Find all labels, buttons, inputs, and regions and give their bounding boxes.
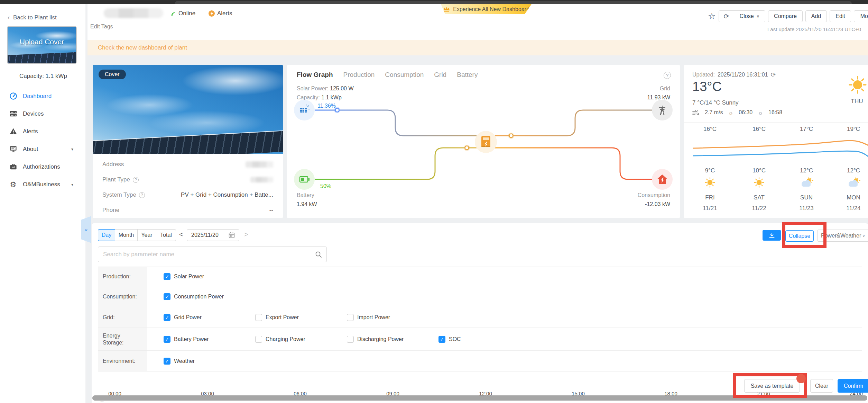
previous-date-button[interactable]: < xyxy=(179,231,183,239)
calendar-icon xyxy=(229,232,235,238)
date-picker[interactable]: 2025/11/20 xyxy=(187,229,239,241)
forecast-date: 11/22 xyxy=(742,205,776,212)
last-update-timestamp: Last update 2025/11/20 16:41:23 UTC+0 xyxy=(767,26,861,32)
plant-name-redacted xyxy=(104,8,163,18)
chevron-down-icon: ∨ xyxy=(862,233,865,238)
plant-cover-card: Cover Address Plant Type ? System Type ?… xyxy=(93,65,283,218)
search-button[interactable] xyxy=(310,247,326,262)
sidebar-item-om-business[interactable]: ⚙ O&MBusiness ▾ xyxy=(0,176,86,193)
sidebar-item-dashboard[interactable]: Dashboard xyxy=(0,87,86,105)
period-total-button[interactable]: Total xyxy=(156,229,176,241)
checkbox-charging-power[interactable]: Charging Power xyxy=(255,336,305,343)
help-icon[interactable]: ? xyxy=(133,177,139,183)
help-icon[interactable]: ? xyxy=(664,72,671,79)
battery-label: Battery xyxy=(297,192,314,198)
new-dashboard-notice[interactable]: Check the new dashboard of plant xyxy=(87,40,868,55)
checkbox-unchecked[interactable] xyxy=(255,314,262,321)
checkbox-checked[interactable] xyxy=(164,336,170,343)
status-online: Online xyxy=(170,10,195,17)
upload-cover-thumbnail[interactable]: Upload Cover xyxy=(7,26,77,64)
checkbox-checked[interactable] xyxy=(164,358,170,365)
crown-icon xyxy=(443,7,450,12)
consumption-value: -12.03 kW xyxy=(645,201,670,207)
checkbox-checked[interactable] xyxy=(164,293,170,300)
forecast-high: 19°C xyxy=(836,126,868,133)
checkbox-checked[interactable] xyxy=(438,336,445,343)
checkbox-export-power[interactable]: Export Power xyxy=(255,314,299,321)
edit-button[interactable]: Edit xyxy=(830,10,851,22)
checkbox-label: Import Power xyxy=(357,314,390,321)
sidebar-item-devices[interactable]: Devices xyxy=(0,105,86,123)
checkbox-import-power[interactable]: Import Power xyxy=(347,314,390,321)
weather-stats: 2.7 m/s ☼ 06:30 ☼ 16:58 xyxy=(692,109,782,116)
tab-battery[interactable]: Battery xyxy=(457,71,478,79)
temperature-range: 7 °C/14 °C Sunny xyxy=(692,99,739,106)
tab-production[interactable]: Production xyxy=(343,71,375,79)
period-day-button[interactable]: Day xyxy=(98,229,115,241)
checkbox-unchecked[interactable] xyxy=(347,336,354,343)
confirm-button[interactable]: Confirm xyxy=(838,379,868,393)
clear-button[interactable]: Clear xyxy=(810,379,833,393)
checkbox-unchecked[interactable] xyxy=(347,314,354,321)
help-icon[interactable]: ? xyxy=(139,192,145,198)
forecast-date: 11/21 xyxy=(693,205,727,212)
energy-flow-diagram xyxy=(287,99,680,210)
expand-caret-icon[interactable]: ▾ xyxy=(71,182,73,187)
solar-percent-label: 11.36% xyxy=(317,103,336,109)
checkbox-grid-power[interactable]: Grid Power xyxy=(164,314,202,321)
new-dashboard-ribbon[interactable]: Experience All New Dashboard xyxy=(441,4,532,14)
more-button[interactable]: More xyxy=(854,10,868,22)
favorite-star-icon[interactable]: ☆ xyxy=(708,11,715,21)
checkbox-discharging-power[interactable]: Discharging Power xyxy=(347,336,404,343)
consumption-label: Consumption xyxy=(638,192,670,198)
add-button[interactable]: Add xyxy=(805,10,827,22)
sidebar-item-about[interactable]: About ▾ xyxy=(0,140,86,158)
checkbox-consumption-power[interactable]: Consumption Power xyxy=(164,293,224,300)
close-dropdown-button[interactable]: Close ∨ xyxy=(734,13,765,19)
checkbox-unchecked[interactable] xyxy=(255,336,262,343)
expand-caret-icon[interactable]: ▾ xyxy=(71,147,73,152)
refresh-icon[interactable]: ⟳ xyxy=(719,11,734,22)
checkbox-soc[interactable]: SOC xyxy=(438,336,461,343)
param-group-label: Production: xyxy=(98,267,147,286)
compare-button[interactable]: Compare xyxy=(768,10,803,22)
weather-card: Updated: 2025/11/20 16:31:01 ⟳ 13°C THU … xyxy=(684,65,868,218)
sunny-forecast-icon xyxy=(742,176,776,189)
phone-value: -- xyxy=(269,207,273,214)
ribbon-label: Experience All New Dashboard xyxy=(453,6,529,12)
alerts-icon xyxy=(9,127,17,136)
tab-flow-graph[interactable]: Flow Graph xyxy=(297,71,333,79)
download-icon xyxy=(769,233,775,238)
forecast-date: 11/24 xyxy=(836,205,868,212)
sunrise-time: 06:30 xyxy=(739,109,752,116)
edit-tags-link[interactable]: Edit Tags xyxy=(90,24,113,30)
period-year-button[interactable]: Year xyxy=(137,229,156,241)
briefcase-icon xyxy=(9,163,17,171)
sidebar-item-authorizations[interactable]: Authorizations xyxy=(0,158,86,176)
back-to-plant-list-link[interactable]: ‹Back to Plant list xyxy=(8,14,57,21)
upload-cover-label: Upload Cover xyxy=(8,38,76,46)
chevron-down-icon: ∨ xyxy=(757,14,760,19)
period-month-button[interactable]: Month xyxy=(115,229,138,241)
tab-grid[interactable]: Grid xyxy=(434,71,446,79)
download-button[interactable] xyxy=(763,230,781,241)
checkbox-label: Charging Power xyxy=(266,336,305,342)
checkbox-weather[interactable]: Weather xyxy=(164,358,195,365)
checkbox-checked[interactable] xyxy=(164,314,170,321)
address-value-redacted xyxy=(246,161,273,168)
sidebar-item-label: Authorizations xyxy=(23,163,60,170)
search-input[interactable] xyxy=(98,247,310,262)
weather-divider xyxy=(684,122,868,123)
tab-consumption[interactable]: Consumption xyxy=(385,71,424,79)
checkbox-checked[interactable] xyxy=(164,273,170,280)
notice-text: Check the new dashboard of plant xyxy=(98,44,187,51)
collapse-left-icon: « xyxy=(85,227,87,233)
sidebar-item-alerts[interactable]: Alerts xyxy=(0,123,86,140)
view-mode-value: Power&Weather xyxy=(821,233,861,239)
weather-refresh-icon[interactable]: ⟳ xyxy=(771,71,776,79)
checkbox-solar-power[interactable]: Solar Power xyxy=(164,273,204,280)
next-date-button[interactable]: > xyxy=(244,231,248,239)
panel-collapse-tab[interactable]: « xyxy=(81,216,91,243)
status-alerts[interactable]: Alerts xyxy=(209,10,232,17)
checkbox-battery-power[interactable]: Battery Power xyxy=(164,336,209,343)
